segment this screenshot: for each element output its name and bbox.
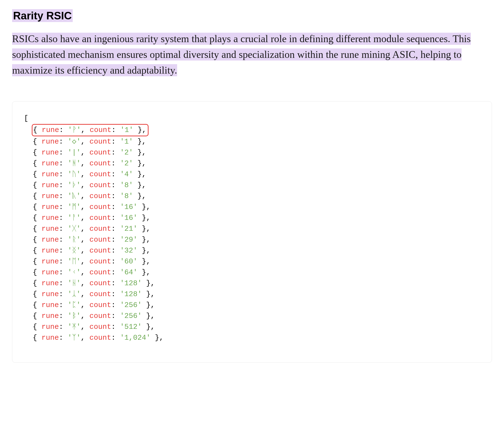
code-entry: { rune: 'ᚣ', count: '8' }, xyxy=(24,191,480,202)
code-entry: { rune: 'ᚲ', count: '64' }, xyxy=(24,267,480,278)
code-entry: { rune: 'ᚻ', count: '2' }, xyxy=(24,158,480,169)
code-entry: { rune: 'ᚱ', count: '29' }, xyxy=(24,234,480,245)
code-open-bracket: [ xyxy=(24,113,480,124)
code-entry: { rune: 'ᚦ', count: '8' }, xyxy=(24,180,480,191)
code-entry: { rune: 'ᛉ', count: '1,024' }, xyxy=(24,333,480,343)
section-paragraph: RSICs also have an ingenious rarity syst… xyxy=(12,31,492,78)
code-entry: { rune: 'ᛝ', count: '32' }, xyxy=(24,245,480,256)
code-entry: { rune: 'ᛈ', count: '256' }, xyxy=(24,300,480,311)
code-entry: { rune: 'ᚹ', count: '1' }, xyxy=(24,124,480,136)
code-entry: { rune: 'ᚨ', count: '16' }, xyxy=(24,213,480,223)
code-entry: { rune: 'ᚢ', count: '4' }, xyxy=(24,169,480,180)
code-entry: { rune: '◇', count: '1' }, xyxy=(24,136,480,147)
code-block: [ { rune: 'ᚹ', count: '1' }, { rune: '◇'… xyxy=(12,101,492,363)
section-heading: Rarity RSIC xyxy=(12,9,73,22)
code-entry: { rune: 'ᛗ', count: '16' }, xyxy=(24,202,480,213)
code-entry: { rune: 'ᛒ', count: '256' }, xyxy=(24,311,480,322)
code-entry: { rune: 'ᚷ', count: '21' }, xyxy=(24,223,480,234)
code-entry: { rune: 'ᚺ', count: '128' }, xyxy=(24,278,480,289)
code-entry: { rune: 'ᛡ', count: '512' }, xyxy=(24,322,480,333)
code-entry: { rune: 'ᛖ', count: '60' }, xyxy=(24,256,480,267)
code-entry: { rune: '|', count: '2' }, xyxy=(24,147,480,158)
highlighted-entry: { rune: 'ᚹ', count: '1' }, xyxy=(32,124,149,136)
code-entry: { rune: 'ᛣ', count: '128' }, xyxy=(24,289,480,300)
